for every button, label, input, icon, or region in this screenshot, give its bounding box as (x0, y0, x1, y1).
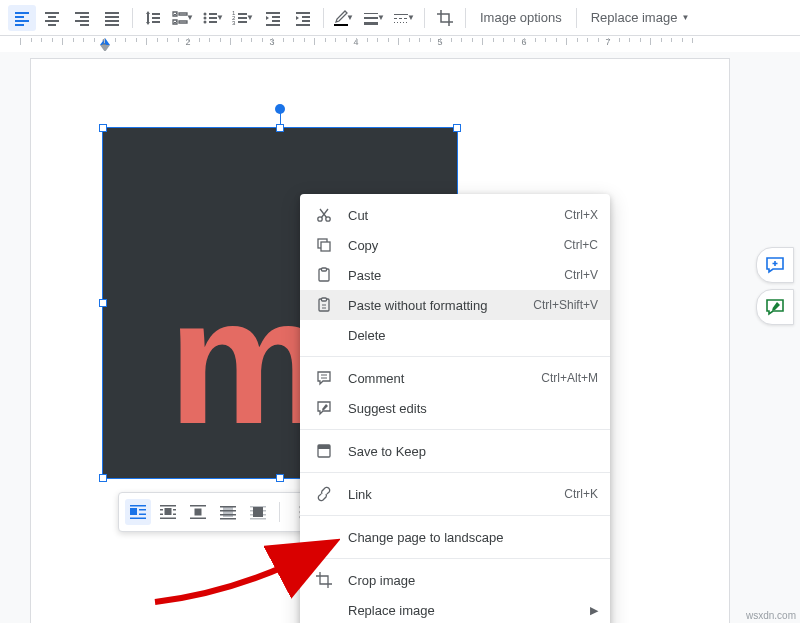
svg-rect-20 (321, 242, 330, 251)
ctx-copy[interactable]: Copy Ctrl+C (300, 230, 610, 260)
toolbar-separator (465, 8, 466, 28)
border-color-button[interactable]: ▼ (330, 5, 358, 31)
wrap-front-button[interactable] (245, 499, 271, 525)
ctx-paste-no-formatting[interactable]: Paste without formatting Ctrl+Shift+V (300, 290, 610, 320)
formatting-toolbar: ▼ ▼ 123▼ ▼ ▼ ▼ Image options Replace ima… (0, 0, 800, 36)
link-icon (314, 484, 334, 504)
ctx-link-label: Link (348, 487, 564, 502)
replace-image-button[interactable]: Replace image▼ (583, 5, 698, 31)
align-center-button[interactable] (38, 5, 66, 31)
ctx-copy-shortcut: Ctrl+C (564, 238, 598, 252)
blank-icon (314, 325, 334, 345)
ctx-delete-label: Delete (348, 328, 598, 343)
ctx-paste-label: Paste (348, 268, 564, 283)
align-justify-button[interactable] (98, 5, 126, 31)
paste-plain-icon (314, 295, 334, 315)
wrap-separator (279, 502, 280, 522)
crop-button[interactable] (431, 5, 459, 31)
ctx-paste-no-fmt-label: Paste without formatting (348, 298, 533, 313)
ctx-save-keep[interactable]: Save to Keep (300, 436, 610, 466)
ctx-delete[interactable]: Delete (300, 320, 610, 350)
resize-handle-ne[interactable] (453, 124, 461, 132)
suggest-icon (314, 398, 334, 418)
ctx-comment[interactable]: Comment Ctrl+Alt+M (300, 363, 610, 393)
ctx-comment-shortcut: Ctrl+Alt+M (541, 371, 598, 385)
ctx-replace-label: Replace image (348, 603, 590, 618)
ctx-cut-shortcut: Ctrl+X (564, 208, 598, 222)
toolbar-separator (132, 8, 133, 28)
ctx-cut-label: Cut (348, 208, 564, 223)
ctx-crop-image[interactable]: Crop image (300, 565, 610, 595)
toolbar-separator (576, 8, 577, 28)
ctx-suggest-label: Suggest edits (348, 401, 598, 416)
ctx-suggest-edits[interactable]: Suggest edits (300, 393, 610, 423)
ctx-crop-label: Crop image (348, 573, 598, 588)
checklist-button[interactable]: ▼ (169, 5, 197, 31)
svg-rect-9 (130, 508, 137, 515)
blank-icon (314, 600, 334, 620)
replace-image-label: Replace image (591, 10, 678, 25)
align-right-button[interactable] (68, 5, 96, 31)
ctx-paste-shortcut: Ctrl+V (564, 268, 598, 282)
ctx-paste[interactable]: Paste Ctrl+V (300, 260, 610, 290)
ctx-link-shortcut: Ctrl+K (564, 487, 598, 501)
context-menu: Cut Ctrl+X Copy Ctrl+C Paste Ctrl+V Past… (300, 194, 610, 623)
copy-icon (314, 235, 334, 255)
svg-rect-22 (322, 268, 327, 271)
svg-rect-6 (334, 24, 348, 26)
svg-text:3: 3 (232, 20, 236, 26)
line-spacing-button[interactable] (139, 5, 167, 31)
svg-rect-10 (165, 508, 172, 515)
ctx-paste-no-fmt-shortcut: Ctrl+Shift+V (533, 298, 598, 312)
ctx-keep-label: Save to Keep (348, 444, 598, 459)
ctx-replace-image[interactable]: Replace image ▶ (300, 595, 610, 623)
toolbar-separator (323, 8, 324, 28)
resize-handle-s[interactable] (276, 474, 284, 482)
ctx-landscape-label: Change page to landscape (348, 530, 598, 545)
document-canvas[interactable]: m Cut Ctrl+X Copy Ctrl+C (0, 52, 800, 623)
svg-rect-26 (318, 445, 330, 449)
wrap-text-button[interactable] (155, 499, 181, 525)
svg-rect-11 (195, 509, 202, 516)
keep-icon (314, 441, 334, 461)
ctx-separator (300, 515, 610, 516)
cut-icon (314, 205, 334, 225)
ctx-cut[interactable]: Cut Ctrl+X (300, 200, 610, 230)
horizontal-ruler[interactable]: 1234567 (0, 36, 800, 52)
ctx-comment-label: Comment (348, 371, 541, 386)
image-options-button[interactable]: Image options (472, 5, 570, 31)
svg-rect-13 (253, 507, 263, 517)
image-wrap-toolbar (118, 492, 321, 532)
watermark-text: wsxdn.com (746, 610, 796, 621)
svg-point-2 (204, 20, 207, 23)
submenu-arrow-icon: ▶ (590, 604, 598, 617)
border-dash-button[interactable]: ▼ (390, 5, 418, 31)
resize-handle-w[interactable] (99, 299, 107, 307)
ctx-link[interactable]: Link Ctrl+K (300, 479, 610, 509)
rotation-handle[interactable] (275, 104, 285, 114)
align-left-button[interactable] (8, 5, 36, 31)
numbered-list-button[interactable]: 123▼ (229, 5, 257, 31)
wrap-behind-button[interactable] (215, 499, 241, 525)
resize-handle-sw[interactable] (99, 474, 107, 482)
comment-icon (314, 368, 334, 388)
add-comment-button[interactable] (756, 247, 794, 283)
ctx-separator (300, 472, 610, 473)
paste-icon (314, 265, 334, 285)
toolbar-separator (424, 8, 425, 28)
resize-handle-n[interactable] (276, 124, 284, 132)
increase-indent-button[interactable] (289, 5, 317, 31)
ctx-separator (300, 356, 610, 357)
ctx-separator (300, 429, 610, 430)
suggest-edits-button[interactable] (756, 289, 794, 325)
resize-handle-nw[interactable] (99, 124, 107, 132)
svg-point-1 (204, 16, 207, 19)
wrap-inline-button[interactable] (125, 499, 151, 525)
wrap-break-button[interactable] (185, 499, 211, 525)
bulleted-list-button[interactable]: ▼ (199, 5, 227, 31)
border-weight-button[interactable]: ▼ (360, 5, 388, 31)
crop-icon (314, 570, 334, 590)
ctx-landscape[interactable]: Change page to landscape (300, 522, 610, 552)
decrease-indent-button[interactable] (259, 5, 287, 31)
svg-rect-24 (322, 298, 327, 301)
